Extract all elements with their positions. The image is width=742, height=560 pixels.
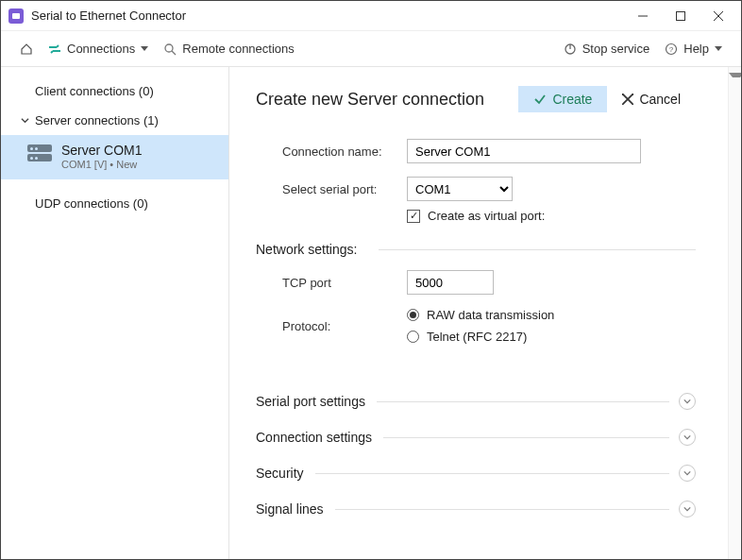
home-button[interactable] (12, 39, 41, 59)
create-button[interactable]: Create (518, 86, 607, 112)
remote-label: Remote connections (182, 42, 295, 56)
toolbar: Connections Remote connections Stop serv… (1, 31, 741, 67)
cancel-button[interactable]: Cancel (607, 86, 696, 112)
sidebar: Client connections (0) Server connection… (1, 67, 229, 559)
divider (335, 509, 669, 510)
help-icon: ? (665, 42, 678, 56)
app-title: Serial to Ethernet Connector (31, 8, 624, 23)
caret-down-icon (141, 46, 148, 51)
section-label: Connection settings (256, 430, 372, 445)
network-settings-section: Network settings: (256, 242, 696, 257)
chevron-down-icon (20, 116, 29, 125)
section-label: Signal lines (256, 501, 324, 517)
server-icon (27, 144, 52, 163)
help-menu[interactable]: ? Help (657, 38, 730, 59)
page-header: Create new Server connection Create Canc… (256, 86, 696, 112)
connection-name-input[interactable] (407, 139, 641, 163)
power-icon (564, 42, 577, 56)
titlebar: Serial to Ethernet Connector (1, 1, 741, 31)
radio-icon (407, 331, 419, 343)
connections-menu[interactable]: Connections (41, 38, 156, 59)
sidebar-server-label: Server connections (1) (35, 113, 159, 127)
sidebar-client-connections[interactable]: Client connections (0) (1, 76, 228, 106)
row-serial-port: Select serial port: COM1 (256, 177, 696, 201)
row-protocol: Protocol: RAW data transmission Telnet (… (256, 308, 696, 344)
divider (377, 401, 669, 402)
row-tcp-port: TCP port (256, 270, 696, 295)
protocol-label: Protocol: (256, 319, 407, 333)
protocol-telnet-label: Telnet (RFC 2217) (427, 330, 527, 344)
connections-label: Connections (67, 42, 135, 56)
protocol-raw-label: RAW data transmission (427, 308, 554, 322)
create-label: Create (552, 92, 592, 107)
section-label: Security (256, 466, 304, 481)
home-icon (20, 42, 33, 56)
tcp-port-input[interactable] (407, 270, 494, 295)
network-settings-label: Network settings: (256, 242, 357, 257)
section-security[interactable]: Security (256, 465, 696, 482)
expand-icon (679, 393, 696, 410)
virtual-port-label: Create as virtual port: (428, 209, 545, 223)
row-virtual-port[interactable]: Create as virtual port: (407, 209, 696, 223)
sidebar-item-server-com1[interactable]: Server COM1 COM1 [V] • New (1, 135, 228, 179)
expand-icon (679, 501, 696, 518)
scrollbar[interactable] (728, 67, 741, 559)
close-button[interactable] (700, 3, 737, 29)
remote-connections-button[interactable]: Remote connections (156, 38, 302, 59)
sidebar-udp-label: UDP connections (0) (35, 196, 148, 211)
search-icon (163, 42, 177, 56)
virtual-port-checkbox[interactable] (407, 210, 420, 223)
app-icon (8, 8, 24, 24)
maximize-button[interactable] (662, 3, 700, 29)
sidebar-item-name: Server COM1 (61, 143, 143, 158)
page-title: Create new Server connection (256, 90, 518, 110)
svg-point-4 (165, 44, 173, 52)
cancel-label: Cancel (639, 92, 681, 107)
divider (315, 473, 669, 474)
section-signal-lines[interactable]: Signal lines (256, 501, 696, 518)
content: Create new Server connection Create Canc… (229, 67, 741, 559)
sidebar-item-sub: COM1 [V] • New (61, 159, 143, 170)
help-label: Help (683, 42, 709, 56)
main-area: Client connections (0) Server connection… (1, 67, 741, 559)
protocol-telnet-option[interactable]: Telnet (RFC 2217) (407, 330, 527, 344)
serial-port-label: Select serial port: (256, 182, 407, 196)
minimize-button[interactable] (624, 3, 662, 29)
divider (383, 437, 669, 438)
tcp-port-label: TCP port (256, 276, 407, 290)
svg-text:?: ? (669, 45, 674, 54)
connection-name-label: Connection name: (256, 144, 407, 159)
section-connection-settings[interactable]: Connection settings (256, 429, 696, 446)
sidebar-client-label: Client connections (0) (35, 84, 154, 98)
serial-port-select[interactable]: COM1 (407, 177, 513, 201)
expand-icon (679, 465, 696, 482)
caret-down-icon (715, 46, 722, 51)
svg-rect-1 (677, 11, 685, 20)
connections-icon (48, 42, 61, 56)
protocol-raw-option[interactable]: RAW data transmission (407, 308, 554, 322)
stop-service-button[interactable]: Stop service (556, 38, 658, 59)
svg-line-5 (172, 51, 176, 55)
expand-icon (679, 429, 696, 446)
sidebar-udp-connections[interactable]: UDP connections (0) (1, 189, 228, 218)
stop-service-label: Stop service (582, 42, 650, 56)
section-label: Serial port settings (256, 394, 365, 409)
section-serial-port-settings[interactable]: Serial port settings (256, 393, 696, 410)
radio-icon (407, 309, 419, 321)
sidebar-server-connections[interactable]: Server connections (1) (1, 106, 228, 135)
row-connection-name: Connection name: (256, 139, 696, 163)
